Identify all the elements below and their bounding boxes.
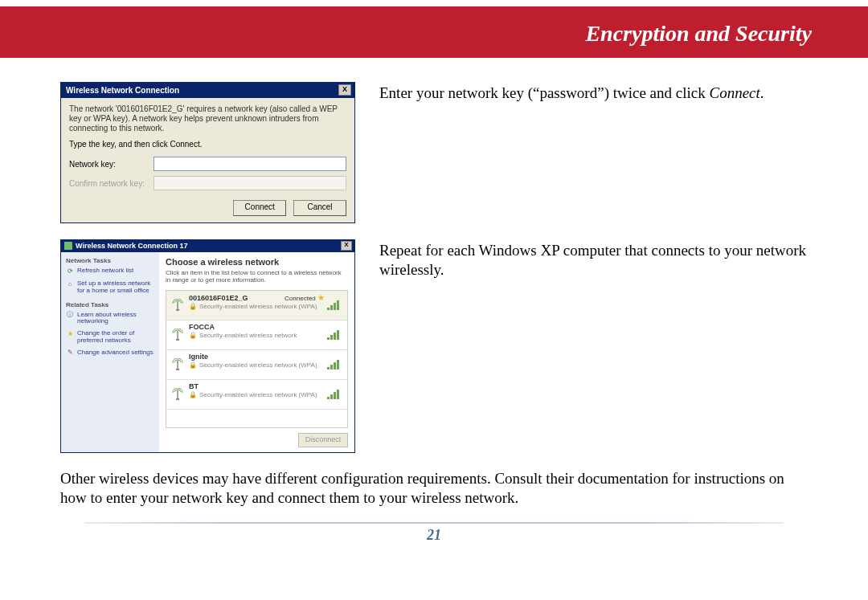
dialog2-title: Wireless Network Connection 17 [76, 242, 187, 250]
network-security: 🔒Security-enabled wireless network (WPA) [189, 303, 325, 310]
network-key-input[interactable] [154, 157, 346, 171]
instruction-1-line: Enter your network key (“password”) twic… [379, 84, 706, 101]
network-name-row: 0016016F01E2_GConnected ★ [189, 293, 325, 302]
signal-icon [325, 353, 344, 377]
network-security-label: Security-enabled wireless network (WPA) [199, 303, 317, 310]
page-number: 21 [0, 527, 868, 544]
close-icon[interactable]: X [341, 241, 352, 251]
network-info: FOCCA🔒Security-enabled wireless network [186, 323, 325, 347]
dialog2-titlebar: Wireless Network Connection 17 X [61, 240, 354, 252]
svg-rect-8 [334, 333, 336, 340]
page-content: Wireless Network Connection X The networ… [0, 58, 868, 508]
advanced-link[interactable]: ✎ Change advanced settings [66, 349, 154, 357]
network-security: 🔒Security-enabled wireless network (WPA) [189, 361, 325, 369]
sidebar-section-1: Network Tasks [66, 257, 154, 264]
instruction-2-text: Repeat for each Windows XP computer that… [379, 239, 808, 280]
learn-link[interactable]: ⓘ Learn about wireless networking [66, 312, 154, 326]
lock-icon: 🔒 [189, 332, 197, 339]
close-icon[interactable]: X [338, 84, 351, 96]
footer-divider [84, 522, 784, 524]
instruction-1-text: Enter your network key (“password”) twic… [379, 82, 808, 103]
dialog1-body: The network '0016016F01E2_G' requires a … [61, 98, 354, 222]
svg-rect-11 [327, 367, 330, 369]
svg-rect-4 [337, 300, 339, 310]
cancel-button[interactable]: Cancel [293, 200, 346, 216]
star-icon: ★ [317, 293, 325, 302]
network-name-row: BT [189, 382, 325, 390]
wireless-key-dialog: Wireless Network Connection X The networ… [60, 82, 355, 223]
instruction-row-2: Wireless Network Connection 17 X Network… [60, 239, 808, 453]
network-info: 0016016F01E2_GConnected ★🔒Security-enabl… [186, 293, 325, 317]
network-item[interactable]: FOCCA🔒Security-enabled wireless network [166, 320, 347, 350]
network-status: Connected ★ [285, 293, 325, 302]
network-item[interactable]: Ignite🔒Security-enabled wireless network… [166, 350, 347, 380]
svg-rect-7 [330, 335, 333, 340]
setup-icon: ⌂ [66, 280, 74, 288]
header-title: Encryption and Security [585, 21, 812, 46]
confirm-key-row: Confirm network key: [69, 176, 346, 190]
disconnect-button[interactable]: Disconnect [298, 433, 348, 447]
dialog2-header: Choose a wireless network Click an item … [159, 252, 354, 287]
dialog1-message: The network '0016016F01E2_G' requires a … [69, 104, 346, 133]
dialog2-title-wrap: Wireless Network Connection 17 [64, 242, 187, 250]
dialog1-title: Wireless Network Connection [66, 86, 179, 95]
dialog2-body: Network Tasks ⟳ Refresh network list ⌂ S… [61, 252, 354, 452]
svg-rect-2 [330, 305, 333, 310]
network-key-label: Network key: [69, 160, 154, 169]
dialog1-buttons: Connect Cancel [69, 195, 346, 216]
refresh-network-link[interactable]: ⟳ Refresh network list [66, 267, 154, 276]
svg-rect-0 [176, 309, 179, 311]
confirm-key-input[interactable] [154, 176, 346, 190]
svg-rect-14 [337, 360, 339, 369]
signal-icon [325, 293, 344, 317]
order-link[interactable]: ★ Change the order of preferred networks [66, 330, 154, 345]
page-header: Encryption and Security [0, 0, 868, 58]
antenna-icon [170, 353, 186, 377]
svg-rect-16 [327, 397, 330, 399]
setup-network-link[interactable]: ⌂ Set up a wireless network for a home o… [66, 280, 154, 295]
network-item[interactable]: 0016016F01E2_GConnected ★🔒Security-enabl… [166, 291, 347, 320]
svg-rect-12 [330, 365, 333, 369]
network-name-row: Ignite [189, 353, 325, 361]
network-key-row: Network key: [69, 157, 346, 171]
screenshot-dialog-2: Wireless Network Connection 17 X Network… [60, 239, 355, 453]
svg-rect-5 [176, 339, 179, 341]
dialog1-instruction: Type the key, and then click Connect. [69, 140, 346, 149]
confirm-key-label: Confirm network key: [69, 179, 154, 188]
network-name: Ignite [189, 353, 208, 361]
network-info: Ignite🔒Security-enabled wireless network… [186, 353, 325, 377]
network-item[interactable]: BT🔒Security-enabled wireless network (WP… [166, 380, 347, 410]
bottom-paragraph: Other wireless devices may have differen… [60, 469, 808, 508]
network-security: 🔒Security-enabled wireless network (WPA) [189, 391, 325, 398]
screenshot-dialog-1: Wireless Network Connection X The networ… [60, 82, 355, 223]
dialog2-footer: Disconnect [159, 428, 354, 452]
learn-label: Learn about wireless networking [77, 312, 154, 326]
lock-icon: 🔒 [189, 303, 197, 310]
lock-icon: 🔒 [189, 391, 197, 398]
wireless-icon [64, 242, 72, 250]
network-name: 0016016F01E2_G [189, 294, 248, 302]
network-security-label: Security-enabled wireless network (WPA) [199, 391, 317, 398]
svg-rect-6 [327, 337, 330, 340]
svg-rect-19 [337, 390, 339, 399]
choose-network-heading: Choose a wireless network [166, 257, 348, 267]
signal-icon [325, 323, 344, 347]
instruction-1-emph: Connect [709, 84, 760, 101]
svg-rect-15 [176, 398, 179, 400]
star-icon: ★ [66, 330, 74, 338]
setup-label: Set up a wireless network for a home or … [77, 280, 154, 295]
svg-rect-13 [334, 362, 336, 369]
svg-rect-9 [337, 330, 339, 340]
instruction-row-1: Wireless Network Connection X The networ… [60, 82, 808, 223]
choose-network-sub: Click an item in the list below to conne… [166, 269, 348, 284]
network-security-label: Security-enabled wireless network [199, 332, 297, 339]
refresh-icon: ⟳ [66, 267, 74, 276]
connect-button[interactable]: Connect [233, 200, 286, 216]
gear-icon: ✎ [66, 349, 74, 357]
dialog2-main: Choose a wireless network Click an item … [159, 252, 354, 452]
network-list: 0016016F01E2_GConnected ★🔒Security-enabl… [166, 290, 348, 428]
network-name-row: FOCCA [189, 323, 325, 331]
advanced-label: Change advanced settings [77, 349, 154, 357]
refresh-label: Refresh network list [77, 267, 133, 275]
order-label: Change the order of preferred networks [77, 330, 154, 345]
